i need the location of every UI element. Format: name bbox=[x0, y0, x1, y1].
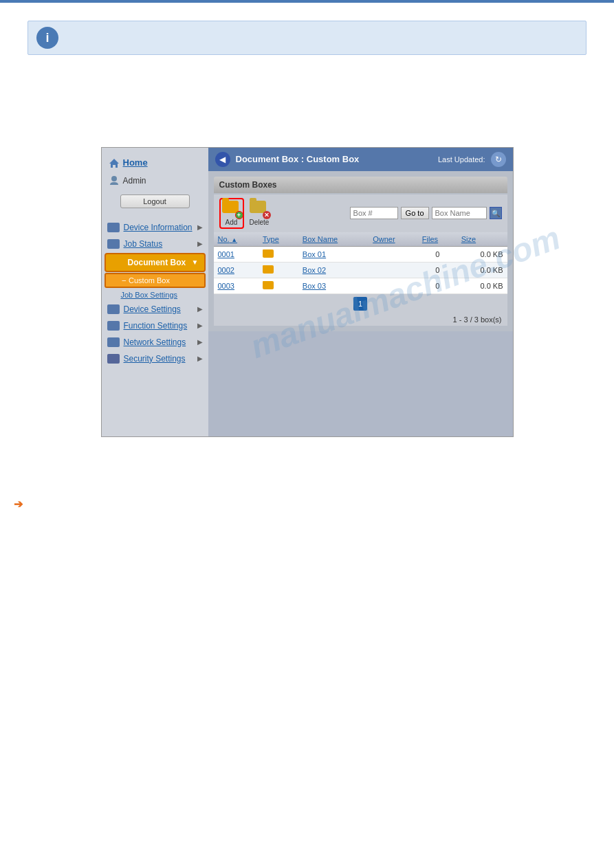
folder-icon-0 bbox=[263, 249, 274, 258]
col-no[interactable]: No. bbox=[214, 232, 259, 247]
note-box: i bbox=[28, 21, 586, 55]
custom-box-table: No. Type Box Name Owner Files Size 0001 bbox=[214, 232, 507, 294]
delete-button[interactable]: ✕ Delete bbox=[250, 201, 270, 226]
device-info-icon bbox=[107, 223, 120, 232]
screenshot-container: manualmachine.com Home Admin bbox=[101, 147, 514, 437]
document-box-label: Document Box bbox=[128, 258, 186, 267]
device-info-arrow: ▶ bbox=[197, 223, 203, 231]
device-settings-label: Device Settings bbox=[124, 304, 181, 314]
device-settings-icon bbox=[107, 304, 120, 314]
printer-ui: Home Admin Logout Device Informatio bbox=[102, 148, 513, 436]
sidebar-item-device-settings[interactable]: Device Settings ▶ bbox=[102, 301, 208, 318]
admin-label: Admin bbox=[123, 176, 146, 186]
svg-marker-0 bbox=[109, 159, 119, 168]
table-row: 0003 Box 03 0 0.0 KB bbox=[214, 278, 507, 293]
col-owner[interactable]: Owner bbox=[369, 232, 418, 247]
row-link-1[interactable]: 0002 bbox=[218, 266, 234, 274]
col-box-name[interactable]: Box Name bbox=[298, 232, 369, 247]
content-toolbar: + Add ✕ Delete bbox=[214, 194, 507, 232]
sidebar-item-document-box[interactable]: Document Box ▼ bbox=[105, 253, 206, 272]
main-content: Custom Boxes + Add bbox=[208, 171, 513, 331]
admin-icon bbox=[109, 175, 120, 186]
security-settings-arrow: ▶ bbox=[197, 355, 203, 362]
function-settings-icon bbox=[107, 321, 120, 331]
cell-no-2: 0003 bbox=[214, 278, 259, 293]
cell-name-1: Box 02 bbox=[298, 262, 369, 278]
function-settings-arrow: ▶ bbox=[197, 322, 203, 329]
refresh-button[interactable]: ↻ bbox=[491, 152, 506, 167]
name-search-button[interactable]: 🔍 bbox=[490, 207, 502, 219]
table-header: No. Type Box Name Owner Files Size bbox=[214, 232, 507, 247]
back-button[interactable]: ◀ bbox=[215, 152, 230, 167]
job-box-label: Job Box Settings bbox=[121, 291, 178, 299]
job-status-arrow: ▶ bbox=[197, 240, 203, 247]
box-name-link-2[interactable]: Box 03 bbox=[303, 282, 326, 290]
sidebar-item-job-box-settings[interactable]: Job Box Settings bbox=[102, 289, 208, 301]
table-row: 0001 Box 01 0 0.0 KB bbox=[214, 246, 507, 262]
function-settings-label: Function Settings bbox=[124, 321, 188, 331]
box-name-link-1[interactable]: Box 02 bbox=[303, 266, 326, 274]
box-name-link-0[interactable]: Box 01 bbox=[303, 250, 326, 258]
row-link-2[interactable]: 0003 bbox=[218, 282, 234, 290]
cell-name-2: Box 03 bbox=[298, 278, 369, 293]
bottom-content: ➔ bbox=[0, 458, 614, 572]
home-label: Home bbox=[123, 157, 148, 168]
logout-button[interactable]: Logout bbox=[120, 194, 190, 208]
col-files: Files bbox=[418, 232, 457, 247]
add-button-container: + Add bbox=[219, 198, 244, 229]
cell-files-2: 0 bbox=[418, 278, 457, 293]
box-number-input[interactable] bbox=[350, 207, 398, 219]
goto-button[interactable]: Go to bbox=[401, 207, 429, 219]
cell-no-1: 0002 bbox=[214, 262, 259, 278]
document-box-icon bbox=[111, 258, 124, 267]
job-status-icon bbox=[107, 239, 120, 249]
cell-name-0: Box 01 bbox=[298, 246, 369, 262]
svg-point-1 bbox=[111, 176, 117, 181]
cell-type-2 bbox=[259, 278, 298, 293]
add-button[interactable]: + Add bbox=[222, 201, 241, 226]
add-folder-icon bbox=[222, 201, 239, 213]
delete-badge: ✕ bbox=[263, 211, 271, 219]
folder-icon-1 bbox=[263, 265, 274, 274]
main-panel: ◀ Document Box : Custom Box Last Updated… bbox=[208, 148, 513, 436]
intro-text bbox=[14, 84, 600, 98]
security-settings-icon bbox=[107, 354, 120, 364]
row-link-0[interactable]: 0001 bbox=[218, 250, 234, 258]
top-line bbox=[0, 0, 614, 3]
note-icon: i bbox=[36, 27, 58, 49]
sidebar-item-function-settings[interactable]: Function Settings ▶ bbox=[102, 318, 208, 334]
bottom-text-2 bbox=[14, 523, 600, 537]
content-area bbox=[0, 70, 614, 133]
sidebar-item-security-settings[interactable]: Security Settings ▶ bbox=[102, 350, 208, 367]
main-topbar: ◀ Document Box : Custom Box Last Updated… bbox=[208, 148, 513, 171]
cell-type-1 bbox=[259, 262, 298, 278]
sidebar: Home Admin Logout Device Informatio bbox=[102, 148, 208, 436]
cell-owner-1 bbox=[369, 262, 418, 278]
sidebar-item-network-settings[interactable]: Network Settings ▶ bbox=[102, 334, 208, 350]
add-label: Add bbox=[226, 219, 238, 226]
add-badge: + bbox=[235, 211, 243, 219]
arrow-right: ➔ bbox=[14, 498, 23, 511]
delete-icon-wrapper: ✕ bbox=[250, 201, 269, 217]
network-settings-arrow: ▶ bbox=[197, 338, 203, 346]
cell-files-1: 0 bbox=[418, 262, 457, 278]
network-settings-label: Network Settings bbox=[124, 337, 186, 347]
page-1-button[interactable]: 1 bbox=[353, 297, 367, 311]
sidebar-home-button[interactable]: Home bbox=[102, 153, 208, 173]
network-settings-icon bbox=[107, 337, 120, 347]
sidebar-item-device-information[interactable]: Device Information ▶ bbox=[102, 219, 208, 236]
sidebar-item-job-status[interactable]: Job Status ▶ bbox=[102, 236, 208, 252]
last-updated-label: Last Updated: bbox=[438, 155, 485, 164]
custom-boxes-header: Custom Boxes bbox=[214, 177, 507, 193]
box-name-input[interactable] bbox=[432, 207, 487, 219]
table-row: 0002 Box 02 0 0.0 KB bbox=[214, 262, 507, 278]
custom-box-label: Custom Box bbox=[129, 276, 170, 285]
pagination: 1 bbox=[214, 294, 507, 313]
sidebar-item-custom-box[interactable]: – Custom Box bbox=[105, 273, 206, 288]
folder-icon-2 bbox=[263, 281, 274, 289]
bottom-text-1 bbox=[14, 471, 600, 486]
bottom-text-3 bbox=[14, 544, 600, 559]
sidebar-divider bbox=[102, 214, 208, 219]
main-title: Document Box : Custom Box bbox=[236, 154, 433, 164]
page-info: 1 - 3 / 3 box(s) bbox=[214, 313, 507, 326]
